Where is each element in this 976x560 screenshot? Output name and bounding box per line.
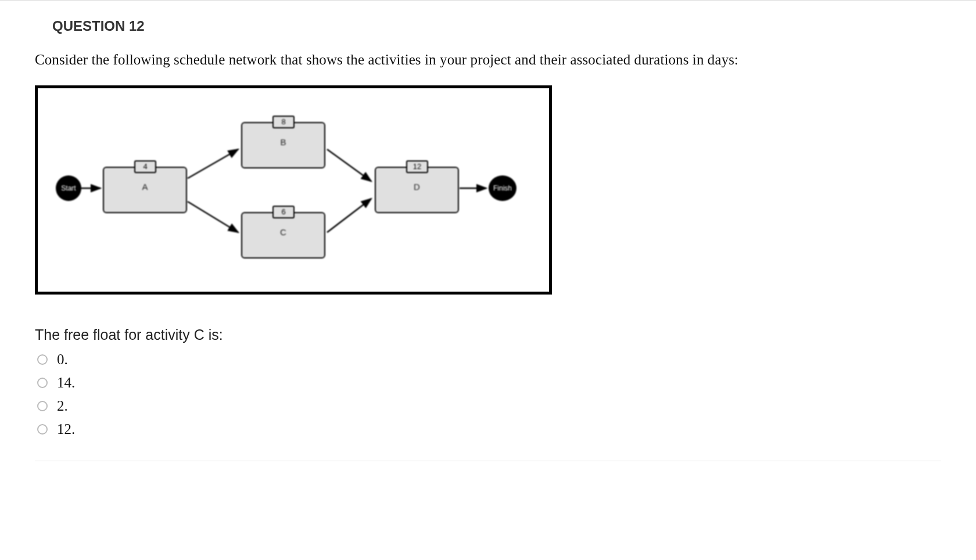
start-node: Start	[56, 175, 81, 201]
activity-node-c: 6 C	[241, 212, 325, 259]
question-header: QUESTION 12	[52, 18, 941, 34]
sub-question-text: The free float for activity C is:	[35, 326, 941, 343]
option-3-text: 12.	[57, 421, 75, 437]
answer-options: 0. 14. 2. 12.	[37, 351, 941, 437]
network-diagram: Start 4 A 8 B 6 C 12 D Finish	[35, 85, 552, 295]
option-2-text: 2.	[57, 398, 68, 414]
activity-b-duration: 8	[272, 116, 295, 128]
activity-d-duration: 12	[406, 160, 428, 173]
finish-node: Finish	[489, 175, 516, 201]
svg-line-3	[188, 202, 238, 232]
option-3[interactable]: 12.	[37, 421, 941, 437]
svg-line-5	[327, 199, 371, 232]
question-container: QUESTION 12 Consider the following sched…	[0, 0, 976, 479]
activity-b-label: B	[242, 137, 324, 147]
option-2[interactable]: 2.	[37, 398, 941, 414]
activity-node-b: 8 B	[241, 122, 325, 168]
option-0[interactable]: 0.	[37, 351, 941, 368]
option-1-text: 14.	[57, 375, 75, 391]
bottom-divider	[35, 461, 941, 461]
start-node-label: Start	[61, 184, 76, 192]
option-1[interactable]: 14.	[37, 375, 941, 391]
svg-line-4	[327, 149, 371, 181]
activity-a-duration: 4	[134, 160, 156, 173]
radio-icon[interactable]	[37, 354, 48, 365]
option-0-text: 0.	[57, 351, 68, 368]
activity-a-label: A	[104, 182, 186, 192]
activity-c-duration: 6	[272, 206, 295, 218]
finish-node-label: Finish	[493, 184, 512, 192]
radio-icon[interactable]	[37, 424, 48, 435]
activity-c-label: C	[242, 227, 324, 237]
activity-d-label: D	[376, 182, 458, 192]
radio-icon[interactable]	[37, 378, 48, 388]
activity-node-d: 12 D	[375, 167, 459, 213]
activity-node-a: 4 A	[103, 167, 187, 213]
question-prompt: Consider the following schedule network …	[35, 52, 941, 68]
radio-icon[interactable]	[37, 401, 48, 411]
svg-line-2	[188, 149, 238, 178]
